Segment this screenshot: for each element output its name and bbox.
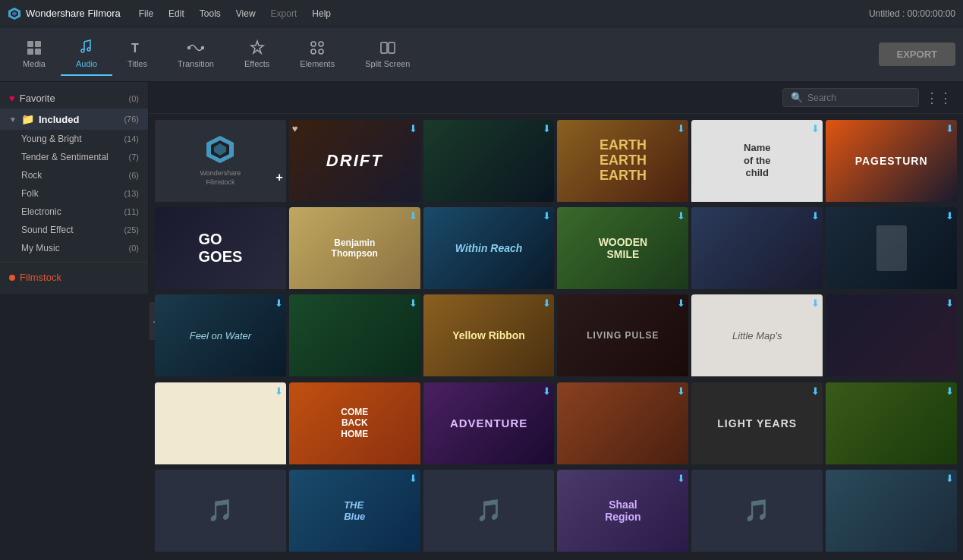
card-garret-infinite[interactable]: Garret Bevins - Infinite - I... ⬇	[289, 294, 420, 379]
young-bright-count: (14)	[124, 134, 139, 143]
search-input[interactable]	[807, 93, 906, 103]
card-label-chap: Living Pulse - The Chap...	[557, 376, 688, 379]
card-label-garret2: Garret Bevins - Infinite - S...	[826, 464, 957, 467]
card-ziv-wooden[interactable]: WOODENSMILE Ziv Moran - Wooden Smi... ⬇	[557, 207, 688, 291]
tab-audio[interactable]: Audio	[61, 33, 112, 76]
sidebar-item-favorite[interactable]: ♥ Favorite (0)	[0, 88, 148, 109]
download-icon[interactable]: ⬇	[409, 123, 417, 134]
download-icon[interactable]: ⬇	[946, 123, 954, 134]
tender-count: (7)	[129, 153, 139, 162]
sidebar-panel: ♥ Favorite (0) ▼ 📁 Included (76) Young &…	[0, 82, 149, 294]
svg-rect-16	[389, 42, 395, 53]
menu-tools[interactable]: Tools	[192, 5, 228, 22]
content-header: 🔍 ⋮⋮	[149, 82, 963, 114]
download-icon[interactable]: ⬇	[811, 385, 820, 397]
download-icon[interactable]: ⬇	[946, 473, 954, 484]
card-lady-lane[interactable]: Lady Lane - The Pink Eve... ⬇	[155, 382, 286, 467]
sidebar-item-sound-effect[interactable]: Sound Effect (25)	[0, 221, 148, 239]
svg-marker-10	[251, 41, 263, 53]
card-drift-pages[interactable]: PAGESTURN Drift - Pages Turn ⬇	[826, 120, 957, 204]
grid-toggle-button[interactable]: ⋮⋮	[925, 90, 952, 106]
titlebar: Wondershare Filmora File Edit Tools View…	[0, 0, 963, 27]
sidebar-item-tender[interactable]: Tender & Sentimental (7)	[0, 148, 148, 166]
menu-file[interactable]: File	[131, 5, 161, 22]
download-icon[interactable]: ⬇	[811, 123, 820, 134]
card-sweepers[interactable]: The Mind Sweepers - Ran... ⬇	[826, 207, 957, 291]
sidebar-item-filmstock[interactable]: Filmstock	[0, 267, 148, 288]
card-little-maps-eddie[interactable]: Little Map's Little Maps - Eddie ⬇	[691, 294, 823, 379]
download-icon[interactable]: ⬇	[543, 385, 551, 397]
download-icon[interactable]: ⬇	[275, 297, 283, 309]
sidebar-item-my-music[interactable]: My Music (0)	[0, 239, 148, 257]
download-icon[interactable]: ⬇	[409, 210, 417, 222]
download-icon[interactable]: ⬇	[543, 210, 551, 222]
card-little-maps-blue[interactable]: THEBlue Little Maps - Out The Blue ⬇	[289, 470, 420, 554]
svg-rect-3	[27, 41, 33, 47]
download-icon[interactable]: ⬇	[811, 210, 820, 222]
filmstock-label: Filmstock	[20, 272, 61, 283]
my-music-count: (0)	[129, 244, 139, 253]
tab-titles[interactable]: T Titles	[112, 33, 162, 76]
download-icon[interactable]: ⬇	[811, 297, 820, 309]
card-garret-inf2[interactable]: Garret Bevins - Infinite - S... ⬇	[826, 382, 957, 467]
download-icon[interactable]: ⬇	[409, 297, 417, 309]
download-icon[interactable]: ⬇	[946, 385, 954, 397]
card-label-sweepers: The Mind Sweepers - Ran...	[826, 289, 957, 291]
card-feet-water[interactable]: Feel on Water Feet On Water - Unexpec...…	[155, 294, 286, 379]
card-always-within[interactable]: Within Reach Always Dreaming - Withi... …	[423, 207, 555, 291]
menu-view[interactable]: View	[228, 5, 263, 22]
tab-transition[interactable]: Transition	[162, 33, 229, 76]
sidebar-item-young-bright[interactable]: Young & Bright (14)	[0, 130, 148, 148]
card-name-child[interactable]: Nameof thechild Name of the Child - Moti…	[691, 120, 823, 204]
sidebar-item-included[interactable]: ▼ 📁 Included (76)	[0, 109, 148, 130]
card-sand-takes[interactable]: Sand - Takes Me To the L... ⬇	[826, 470, 957, 554]
download-icon[interactable]: ⬇	[543, 123, 551, 134]
card-mark-tracy[interactable]: Mark Tracy - Born Twice ⬇	[557, 382, 688, 467]
download-icon[interactable]: ⬇	[946, 297, 954, 309]
more-effects-card[interactable]: WondershareFilmstock More Effects +	[155, 120, 286, 204]
card-light-years[interactable]: LIGHT YEARS Light Years - Take Off ⬇	[691, 382, 823, 467]
export-button[interactable]: EXPORT	[879, 42, 955, 66]
tab-splitscreen[interactable]: Split Screen	[350, 33, 425, 76]
download-icon[interactable]: ⬇	[677, 473, 685, 484]
menu-help[interactable]: Help	[304, 5, 338, 22]
download-icon[interactable]: ⬇	[677, 123, 685, 134]
card-cinematic-horn[interactable]: 🎵 Cinematic Horn	[691, 470, 823, 554]
card-living-pulse-goes[interactable]: GOGOES Living Pulse - Go Goes	[155, 207, 286, 291]
card-lior-adventure[interactable]: ADVENTURE Lior seker - First Adventu... …	[423, 382, 555, 467]
menu-export[interactable]: Export	[263, 5, 305, 22]
card-yellow-ribbon[interactable]: Yellow Ribbon Yellow Ribbon - We Will ..…	[423, 294, 555, 379]
card-living-chap[interactable]: LIVING PULSE Living Pulse - The Chap... …	[557, 294, 688, 379]
tab-elements[interactable]: Elements	[285, 33, 350, 76]
download-icon[interactable]: ⬇	[409, 473, 417, 484]
card-label-shaal: Low Tree - Shaal Region	[557, 552, 688, 554]
tab-effects[interactable]: Effects	[229, 33, 285, 76]
sidebar-item-folk[interactable]: Folk (13)	[0, 184, 148, 203]
tab-media[interactable]: Media	[8, 33, 61, 76]
card-atomic-bomb[interactable]: 🎵 Atomic Bomb	[155, 470, 286, 554]
card-label-swoosh: Transition Swoosh	[423, 552, 555, 554]
download-icon[interactable]: ⬇	[677, 210, 685, 222]
download-icon[interactable]: ⬇	[677, 385, 685, 397]
favorite-icon: ♥	[292, 123, 298, 134]
menu-edit[interactable]: Edit	[161, 5, 192, 22]
card-drift-drift[interactable]: DRIFT Drift - Drift ♥ ⬇	[289, 120, 420, 204]
download-icon[interactable]: ⬇	[946, 210, 954, 222]
card-benjamin[interactable]: BenjaminThompson Benjamin Thompson - L..…	[289, 207, 420, 291]
download-icon[interactable]: ⬇	[275, 385, 283, 397]
card-transition-swoosh[interactable]: 🎵 Transition Swoosh	[423, 470, 555, 554]
download-icon[interactable]: ⬇	[677, 297, 685, 309]
card-earth-rhythm[interactable]: EARTHEARTHEARTH Earth - The Rhythm Of M.…	[557, 120, 688, 204]
download-icon[interactable]: ⬇	[543, 297, 551, 309]
card-since-started[interactable]: Since I Started - Roll In Vi... ⬇	[826, 294, 957, 379]
card-always-same[interactable]: Always Dreaming - Same... ⬇	[691, 207, 823, 291]
card-label-garret: Garret Bevins - Infinite - I...	[289, 376, 420, 379]
card-low-tree-comeback[interactable]: COMEBACKHOME Low Tree - Come Back H...	[289, 382, 420, 467]
svg-point-8	[187, 46, 190, 49]
svg-rect-15	[381, 42, 387, 53]
card-low-tree-shaal[interactable]: ShaalRegion Low Tree - Shaal Region ⬇	[557, 470, 688, 554]
sidebar-item-electronic[interactable]: Electronic (11)	[0, 203, 148, 221]
sidebar-item-rock[interactable]: Rock (6)	[0, 166, 148, 184]
search-box[interactable]: 🔍	[782, 88, 919, 107]
card-a-group-verve[interactable]: A-GROUP - Verve ⬇	[423, 120, 555, 204]
